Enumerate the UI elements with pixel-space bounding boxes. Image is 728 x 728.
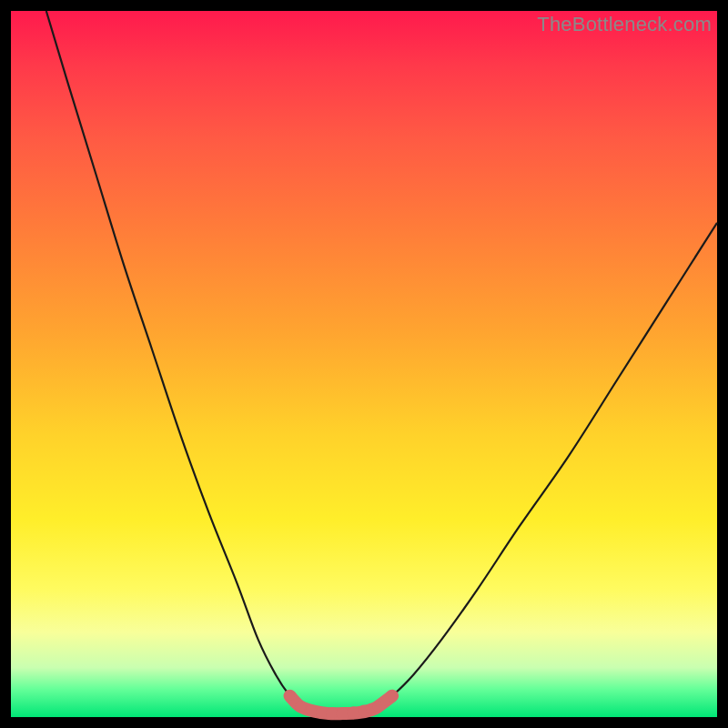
valley-marker-dot: [286, 692, 295, 701]
left-curve: [46, 11, 300, 706]
valley-marker-dot: [306, 705, 317, 716]
chart-plot-area: [11, 11, 717, 717]
valley-marker-dot: [380, 697, 389, 706]
valley-marker-dot: [316, 707, 328, 719]
valley-marker-dot: [295, 701, 306, 712]
chart-stage: TheBottleneck.com: [0, 0, 728, 728]
chart-svg: [11, 11, 717, 717]
valley-marker-dot: [347, 706, 359, 719]
right-curve: [379, 223, 717, 707]
